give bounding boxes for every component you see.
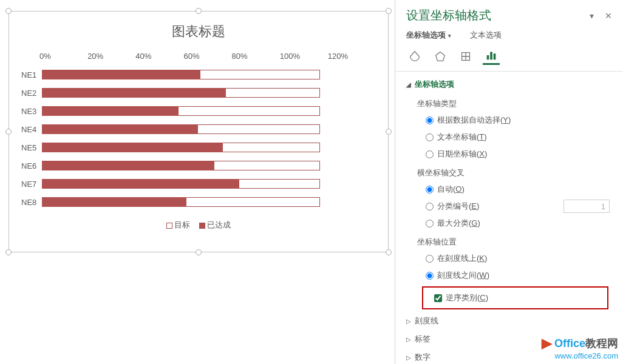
chart-icon[interactable] (483, 48, 500, 65)
resize-handle[interactable] (196, 8, 202, 14)
legend-item-actual[interactable]: 已达成 (199, 220, 231, 229)
bar-actual[interactable] (42, 197, 186, 207)
radio-cross-category[interactable]: 分类编号(E) (417, 198, 479, 215)
format-axis-panel: 设置坐标轴格式 ▾ ✕ 坐标轴选项 ▾ 文本选项 ◢ 坐标轴选项 坐标轴类型 根… (395, 0, 623, 364)
radio-axis-auto[interactable]: 根据数据自动选择(Y) (417, 112, 612, 129)
category-label: NE7 (21, 180, 39, 189)
bar-row[interactable]: NE5 (21, 138, 376, 157)
legend-item-target[interactable]: 目标 (166, 220, 190, 229)
svg-rect-3 (490, 52, 492, 59)
resize-handle[interactable] (386, 249, 392, 255)
category-label: NE4 (21, 125, 39, 134)
bar-actual[interactable] (42, 161, 214, 170)
chevron-down-icon: ◢ (406, 81, 415, 88)
radio-cross-max[interactable]: 最大分类(G) (417, 215, 612, 232)
x-axis[interactable]: 0% 20% 40% 60% 80% 100% 120% (9, 52, 388, 61)
bar-row[interactable]: NE3 (21, 102, 376, 120)
resize-handle[interactable] (386, 129, 392, 135)
size-icon[interactable] (457, 48, 474, 65)
logo-icon: ▶ (542, 335, 552, 351)
section-axis-options[interactable]: ◢ 坐标轴选项 (406, 75, 612, 93)
axis-tick: 100% (280, 52, 328, 61)
resize-handle[interactable] (5, 129, 12, 135)
radio-position-between[interactable]: 刻度线之间(W) (417, 267, 612, 284)
radio-position-on[interactable]: 在刻度线上(K) (417, 250, 612, 267)
plot-area[interactable]: NE1NE2NE3NE4NE5NE6NE7NE8 (9, 66, 388, 211)
bar-row[interactable]: NE2 (21, 84, 376, 102)
category-number-input[interactable] (563, 200, 610, 213)
resize-handle[interactable] (5, 8, 12, 14)
chart-object[interactable]: 图表标题 0% 20% 40% 60% 80% 100% 120% NE1NE2… (9, 11, 389, 252)
position-label: 坐标轴位置 (417, 237, 612, 248)
close-icon[interactable]: ✕ (605, 11, 612, 21)
chart-title[interactable]: 图表标题 (9, 12, 388, 41)
category-label: NE6 (21, 161, 39, 170)
resize-handle[interactable] (386, 8, 392, 14)
radio-axis-date[interactable]: 日期坐标轴(X) (417, 146, 612, 163)
highlight-reverse: 逆序类别(C) (422, 286, 608, 309)
category-label: NE3 (21, 107, 39, 116)
panel-dropdown-icon[interactable]: ▾ (590, 11, 594, 21)
resize-handle[interactable] (5, 249, 12, 255)
bar-actual[interactable] (42, 124, 198, 134)
chevron-right-icon: ▷ (406, 354, 415, 361)
radio-cross-auto[interactable]: 自动(O) (417, 181, 612, 198)
bar-row[interactable]: NE4 (21, 120, 376, 138)
bar-actual[interactable] (42, 70, 200, 79)
axis-tick: 60% (183, 52, 231, 61)
category-label: NE5 (21, 143, 39, 152)
bar-actual[interactable] (42, 179, 239, 189)
resize-handle[interactable] (196, 249, 202, 255)
svg-rect-2 (487, 55, 489, 59)
radio-axis-text[interactable]: 文本坐标轴(T) (417, 129, 612, 146)
panel-title: 设置坐标轴格式 (406, 7, 491, 24)
bar-row[interactable]: NE7 (21, 175, 376, 193)
bar-row[interactable]: NE8 (21, 193, 376, 211)
bar-row[interactable]: NE6 (21, 157, 376, 175)
chart-area[interactable]: 图表标题 0% 20% 40% 60% 80% 100% 120% NE1NE2… (9, 11, 389, 252)
chevron-right-icon: ▷ (406, 336, 415, 343)
svg-marker-0 (436, 52, 445, 61)
bar-actual[interactable] (42, 88, 226, 98)
chart-legend[interactable]: 目标 已达成 (9, 220, 388, 231)
checkbox-reverse-categories[interactable]: 逆序类别(C) (426, 289, 605, 307)
category-label: NE1 (21, 70, 39, 79)
section-tickmarks[interactable]: ▷刻度线 (406, 312, 612, 330)
category-label: NE2 (21, 89, 39, 98)
bar-actual[interactable] (42, 143, 223, 152)
svg-rect-4 (494, 53, 496, 59)
axis-tick: 40% (135, 52, 183, 61)
bar-row[interactable]: NE1 (21, 66, 376, 84)
axis-type-label: 坐标轴类型 (417, 98, 612, 109)
axis-tick: 0% (39, 52, 87, 61)
axis-tick: 20% (87, 52, 135, 61)
axis-tick: 120% (328, 52, 376, 61)
effects-icon[interactable] (432, 48, 449, 65)
watermark: ▶ Office教程网 www.office26.com (542, 335, 618, 360)
chevron-right-icon: ▷ (406, 318, 415, 325)
category-label: NE8 (21, 198, 39, 207)
bar-actual[interactable] (42, 106, 179, 116)
tab-axis-options[interactable]: 坐标轴选项 ▾ (406, 30, 460, 39)
cross-label: 横坐标轴交叉 (417, 167, 612, 178)
tab-text-options[interactable]: 文本选项 (470, 30, 502, 39)
axis-tick: 80% (232, 52, 280, 61)
fill-icon[interactable] (406, 48, 423, 65)
